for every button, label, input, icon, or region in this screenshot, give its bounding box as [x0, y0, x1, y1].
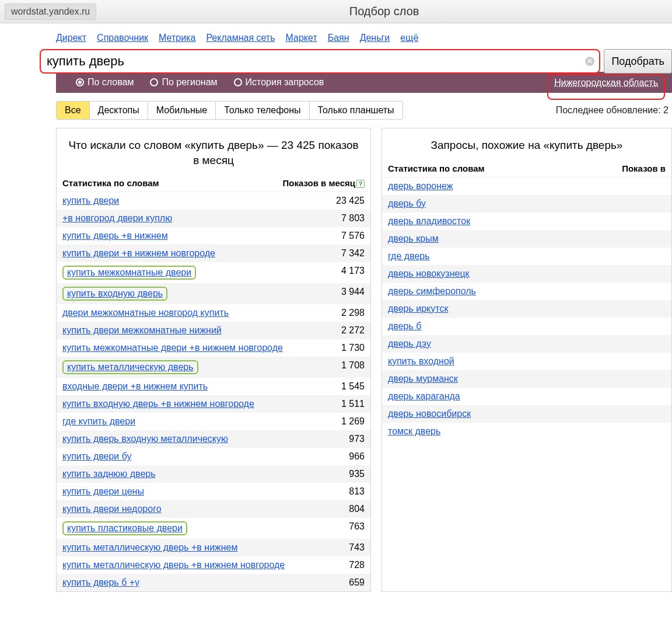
device-tab[interactable]: Только планшеты: [310, 102, 402, 119]
radio-by-regions[interactable]: По регионам: [150, 77, 217, 88]
col-header-count: Показов в: [622, 163, 666, 173]
nav-link[interactable]: Директ: [56, 33, 86, 43]
query-link[interactable]: купить дверь входную металлическую: [62, 434, 228, 444]
table-row: купить двери межкомнатные нижний2 272: [57, 322, 370, 339]
nav-link[interactable]: Справочник: [97, 33, 148, 43]
device-tab[interactable]: Только телефоны: [216, 102, 309, 119]
table-row: дверь воронеж: [382, 177, 671, 195]
region-selector-highlight[interactable]: Нижегородская область: [547, 74, 665, 100]
count-value: 3 944: [335, 287, 365, 297]
device-tab[interactable]: Десктопы: [90, 102, 148, 119]
count-value: 973: [343, 434, 365, 444]
count-value: 659: [343, 577, 365, 588]
table-row: купить двери цены813: [57, 483, 370, 500]
region-link[interactable]: Нижегородская область: [554, 78, 658, 88]
browser-addressbar: wordstat.yandex.ru Подбор слов: [0, 0, 672, 23]
nav-link[interactable]: Метрика: [159, 33, 195, 43]
nav-link[interactable]: ещё: [400, 33, 418, 43]
query-link[interactable]: купить металлическую дверь: [67, 362, 194, 372]
query-link[interactable]: двери межкомнатные новгород купить: [62, 308, 229, 318]
table-row: купить дверь б +у659: [57, 574, 370, 591]
query-highlight: купить металлическую дверь: [62, 360, 198, 374]
nav-link[interactable]: Баян: [328, 33, 349, 43]
query-link[interactable]: где купить двери: [62, 416, 135, 426]
table-row: купить входной: [382, 353, 671, 370]
query-link[interactable]: купить заднюю дверь: [62, 469, 156, 479]
col-header-count: Показов в месяц?: [282, 178, 365, 188]
count-value: 2 298: [335, 308, 365, 318]
table-row: где купить двери1 269: [57, 413, 370, 430]
count-value: 966: [343, 451, 365, 462]
table-row: дверь симферополь: [382, 283, 671, 300]
search-box-highlight: ✕: [40, 49, 600, 74]
clear-icon[interactable]: ✕: [585, 57, 594, 66]
table-row: купить двери23 425: [57, 192, 370, 210]
help-icon[interactable]: ?: [356, 180, 365, 188]
query-link[interactable]: купить входную дверь +в нижнем новгороде: [62, 399, 254, 409]
query-link[interactable]: дверь симферополь: [388, 286, 476, 297]
radio-dot-icon: [234, 78, 242, 86]
query-link[interactable]: дверь караганда: [388, 391, 460, 402]
table-row: дверь новосибирск: [382, 405, 671, 423]
table-row: купить входную дверь3 944: [57, 283, 370, 304]
nav-link[interactable]: Маркет: [286, 33, 317, 43]
nav-link[interactable]: Деньги: [360, 33, 390, 43]
query-link[interactable]: купить двери +в нижнем новгороде: [62, 248, 215, 258]
radio-by-words[interactable]: По словам: [76, 77, 134, 88]
query-link[interactable]: дверь крым: [388, 234, 439, 244]
query-link[interactable]: дверь воронеж: [388, 181, 453, 191]
submit-button[interactable]: Подобрать: [604, 49, 672, 74]
nav-link[interactable]: Рекламная сеть: [206, 33, 275, 43]
table-row: купить металлическую дверь1 708: [57, 357, 370, 378]
device-tab[interactable]: Мобильные: [148, 102, 216, 119]
col-header-query: Статистика по словам: [62, 178, 282, 188]
count-value: 1 708: [335, 360, 365, 371]
query-link[interactable]: где дверь: [388, 251, 430, 262]
table-row: купить дверь +в нижнем7 576: [57, 227, 370, 245]
query-link[interactable]: томск дверь: [388, 426, 440, 437]
table-row: двери межкомнатные новгород купить2 298: [57, 304, 370, 322]
last-update-text: Последнее обновление: 2: [556, 105, 672, 116]
query-link[interactable]: дверь новосибирск: [388, 409, 471, 419]
query-link[interactable]: купить межкомнатные двери: [67, 267, 191, 277]
count-value: 763: [343, 521, 365, 532]
query-link[interactable]: купить двери цены: [62, 486, 144, 496]
search-input[interactable]: [42, 51, 598, 71]
query-link[interactable]: +в новгород двери куплю: [62, 213, 172, 223]
query-link[interactable]: купить металлическую дверь +в нижнем нов…: [62, 560, 285, 570]
table-row: входные двери +в нижнем купить1 545: [57, 378, 370, 395]
query-link[interactable]: купить двери бу: [62, 451, 132, 461]
query-link[interactable]: купить дверь +в нижнем: [62, 231, 168, 241]
query-link[interactable]: купить межкомнатные двери +в нижнем новг…: [62, 343, 283, 353]
table-row: купить межкомнатные двери +в нижнем новг…: [57, 339, 370, 357]
device-tab[interactable]: Все: [57, 102, 90, 119]
query-link[interactable]: входные двери +в нижнем купить: [62, 381, 208, 391]
radio-history[interactable]: История запросов: [234, 77, 324, 88]
query-link[interactable]: купить дверь б +у: [62, 577, 139, 587]
query-link[interactable]: купить входную дверь: [67, 288, 163, 298]
table-row: купить дверь входную металлическую973: [57, 430, 370, 448]
count-value: 743: [343, 542, 365, 553]
count-value: 7 576: [335, 231, 365, 241]
query-link[interactable]: дверь мурманск: [388, 374, 458, 384]
query-link[interactable]: купить двери межкомнатные нижний: [62, 325, 222, 335]
count-value: 7 342: [335, 248, 365, 259]
query-link[interactable]: купить входной: [388, 356, 454, 367]
query-link[interactable]: дверь новокузнецк: [388, 269, 470, 279]
query-link[interactable]: купить двери: [62, 196, 119, 205]
query-highlight: купить пластиковые двери: [62, 521, 187, 535]
query-link[interactable]: дверь владивосток: [388, 216, 470, 227]
left-results-panel: Что искали со словом «купить дверь» — 23…: [56, 128, 371, 592]
query-link[interactable]: дверь б: [388, 321, 421, 332]
query-link[interactable]: дверь дэу: [388, 339, 431, 349]
query-link[interactable]: дверь иркутск: [388, 304, 448, 314]
query-link[interactable]: купить металлическую дверь +в нижнем: [62, 542, 238, 552]
count-value: 1 730: [335, 343, 365, 353]
table-row: купить двери недорого804: [57, 500, 370, 518]
query-link[interactable]: купить пластиковые двери: [67, 523, 183, 533]
query-link[interactable]: дверь бу: [388, 198, 426, 209]
table-row: купить двери +в нижнем новгороде7 342: [57, 245, 370, 262]
url-display: wordstat.yandex.ru: [5, 4, 96, 20]
table-row: дверь новокузнецк: [382, 265, 671, 283]
query-link[interactable]: купить двери недорого: [62, 504, 162, 514]
